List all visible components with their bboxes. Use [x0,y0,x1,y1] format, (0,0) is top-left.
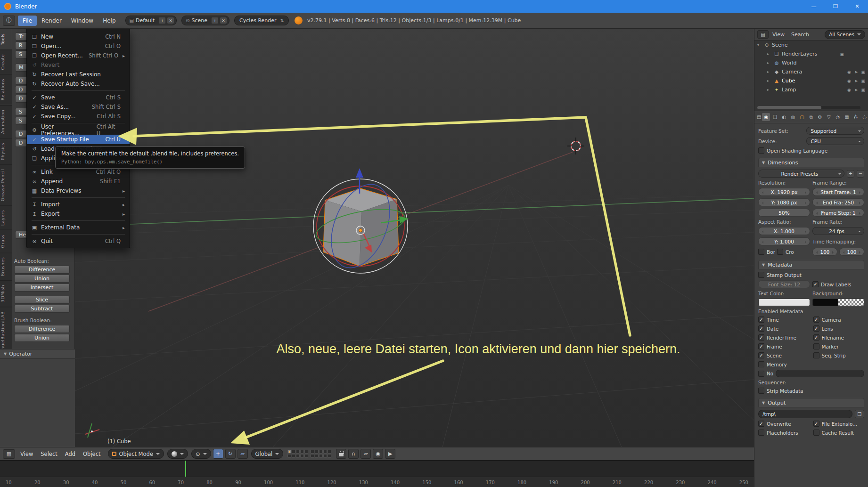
snap-element-icon[interactable]: ▱ [360,449,371,459]
outliner-item-label[interactable]: Camera [782,69,802,75]
outliner-display-mode[interactable]: All Scenes [825,30,865,39]
tool-shelf-tab[interactable]: Animation [0,105,12,138]
boolean-operation-button[interactable]: Intersect [14,284,70,292]
delete-scene-button[interactable]: ✕ [220,17,227,24]
tool-shelf-tab[interactable]: Grass [0,230,12,252]
render-engine-selector[interactable]: Cycles Render ⇅ [234,16,289,25]
maximize-button[interactable]: ❐ [825,0,846,13]
material-tab-icon[interactable]: ◔ [834,113,842,121]
file-menu-item[interactable]: ∞ Link Ctrl Alt O [27,167,130,177]
metadata-checkbox[interactable]: ✓ RenderTime [758,334,810,341]
resolution-y-field[interactable]: Y: 1080 px [758,198,810,206]
transform-orientation-selector[interactable]: Global [251,449,284,459]
note-text-input[interactable] [776,370,864,377]
background-color-swatch[interactable] [812,299,864,306]
render-layers-tab-icon[interactable]: ❑ [771,113,779,121]
end-frame-field[interactable]: End Fra: 250 [812,198,864,206]
expander-icon[interactable]: ▸ [767,61,771,65]
visibility-eye-icon[interactable]: ◉ [847,79,851,83]
file-menu-item[interactable] [32,90,125,91]
file-menu-item[interactable]: ❐ Open Recent... Shift Ctrl O ▸ [27,51,130,60]
viewport-menu[interactable]: Object [79,449,104,459]
file-menu-item[interactable]: ↧ Import ▸ [27,200,130,209]
file-menu-item[interactable]: ↥ Export ▸ [27,209,130,219]
start-frame-field[interactable]: Start Frame: 1 [812,188,864,196]
file-menu-item[interactable]: ▦ Data Previews ▸ [27,186,130,195]
frame-step-field[interactable]: Frame Step: 1 [812,209,864,217]
tool-shelf-tab[interactable]: Grease Pencil [0,164,12,205]
outliner-scrollbar[interactable] [757,106,860,109]
dimensions-section-header[interactable]: ▼ Dimensions [758,158,864,167]
pivot-selector[interactable]: ⊙ [191,449,211,459]
note-checkbox[interactable]: ✓ No [758,371,773,377]
selectability-arrow-icon[interactable]: ➤ [854,70,858,74]
rotate-manipulator-icon[interactable]: ↻ [225,449,236,459]
outliner-item-label[interactable]: World [782,60,797,66]
time-remap-new-field[interactable]: 100 [839,248,864,256]
mode-selector[interactable]: Object Mode [108,449,164,459]
viewport-menu[interactable]: Add [61,449,79,459]
tool-shelf-tab[interactable]: Relations [0,74,12,105]
properties-editor-icon[interactable]: ▤ [757,113,761,121]
expander-icon[interactable]: ▾ [757,43,762,47]
layers-widget[interactable] [287,450,331,458]
minimize-button[interactable]: — [803,0,825,13]
metadata-checkbox[interactable]: ✓ Scene [758,352,810,358]
outliner-view-menu[interactable]: View [770,31,787,39]
outliner-item-label[interactable]: Scene [772,42,788,48]
render-tab-icon[interactable]: ◉ [762,113,770,121]
tool-shelf-tab[interactable]: 3DMish [0,280,12,307]
object-tab-icon[interactable]: ▢ [798,113,806,121]
file-menu-item[interactable]: ↻ Recover Last Session [27,70,130,79]
timeline[interactable]: 1020304050607080901001101201301401501601… [0,460,754,487]
output-checkbox[interactable]: ✓ Placeholders [758,430,810,436]
metadata-checkbox[interactable]: ✓ Lens [813,325,865,332]
time-remap-old-field[interactable]: 100 [812,248,837,256]
3d-cursor[interactable] [567,138,584,154]
add-preset-button[interactable]: + [847,170,854,178]
osl-checkbox[interactable]: ✓ Open Shading Language [758,147,864,154]
viewport-menu[interactable]: View [16,449,37,459]
remove-preset-button[interactable]: − [857,170,864,178]
menubar-menu[interactable]: File [18,16,37,26]
visibility-eye-icon[interactable]: ◉ [847,70,851,74]
metadata-checkbox[interactable]: ✓ Time [758,317,810,323]
expander-icon[interactable]: ▸ [767,70,771,74]
render-toggle-icon[interactable]: ▣ [840,52,844,57]
outliner-item-label[interactable]: Lamp [782,87,796,93]
file-menu-item[interactable]: ↺ Revert [27,60,130,70]
menubar-menu[interactable]: Render [37,16,66,26]
opengl-render-still-icon[interactable]: ◉ [373,449,383,459]
text-color-swatch[interactable] [758,299,810,306]
expander-icon[interactable]: ▸ [767,52,771,56]
render-restrict-icon[interactable]: ▣ [861,70,865,74]
info-editor-icon[interactable]: ⓘ [3,16,15,26]
add-scene-button[interactable]: + [211,17,219,24]
outliner-row[interactable]: ▾ ⊙ Scene ◉ ➤ ▣ [754,41,868,49]
outliner-row[interactable]: ▸ ✦ Lamp ◉ ➤ ▣ [754,85,868,94]
add-layout-button[interactable]: + [158,17,166,24]
tool-shelf-tab[interactable]: Create [0,49,12,74]
output-section-header[interactable]: ▼ Output [758,398,864,407]
expander-icon[interactable]: ▸ [767,88,771,92]
modifiers-tab-icon[interactable]: ⚙ [816,113,824,121]
selectability-arrow-icon[interactable]: ➤ [854,79,858,83]
feature-set-dropdown[interactable]: Supported [806,127,865,135]
viewport-menu[interactable]: Select [37,449,61,459]
file-menu-item[interactable]: ❐ Open... Ctrl O [27,41,130,51]
boolean-operation-button[interactable]: Difference [14,266,70,274]
opengl-render-anim-icon[interactable]: ▶ [385,449,395,459]
particles-tab-icon[interactable]: ⁂ [852,113,860,121]
file-menu-item[interactable]: ▣ External Data ▸ [27,223,130,232]
boolean-operation-button[interactable]: Slice [14,296,70,304]
outliner-item-label[interactable]: Cube [782,78,795,84]
boolean-operation-button[interactable]: Subtract [14,305,70,313]
render-presets-dropdown[interactable]: Render Presets [758,170,844,178]
outliner-search-menu[interactable]: Search [788,31,812,39]
scene-selector[interactable]: ⊙ Scene + ✕ [181,16,229,25]
screen-layout-selector[interactable]: ▤ Default + ✕ [125,16,177,25]
tool-shelf-tab[interactable]: Physics [0,138,12,164]
file-menu-item[interactable]: ✓ Save Ctrl S [27,93,130,102]
scale-manipulator-icon[interactable]: ▱ [237,449,248,459]
metadata-checkbox[interactable]: ✓ Seq. Strip [813,352,865,358]
